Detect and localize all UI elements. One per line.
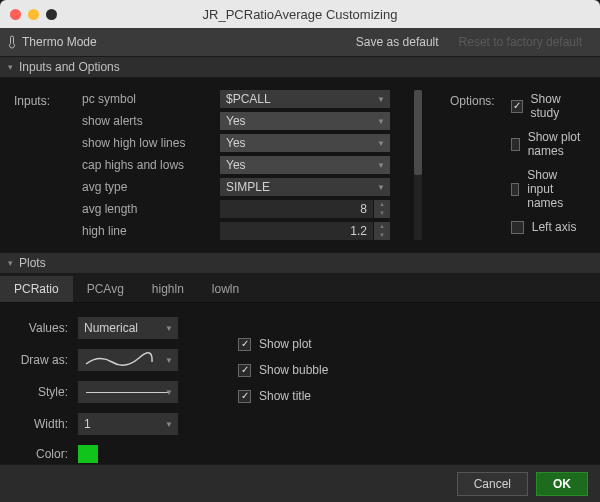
window-title: JR_PCRatioAverage Customizing [0, 7, 600, 22]
checkbox-icon [511, 221, 524, 234]
option-checkbox[interactable]: Left axis [511, 220, 586, 234]
plot-tabs: PCRatioPCAvghighlnlowln [0, 276, 600, 303]
ok-button[interactable]: OK [536, 472, 588, 496]
values-label: Values: [16, 321, 68, 335]
option-label: Show input names [527, 168, 586, 210]
section-title: Plots [19, 256, 46, 270]
color-label: Color: [16, 447, 68, 461]
thermo-mode-label: Thermo Mode [22, 35, 97, 49]
input-name: show high low lines [82, 134, 202, 152]
chevron-down-icon: ▼ [377, 161, 385, 170]
thermo-mode-button[interactable]: Thermo Mode [8, 35, 97, 49]
minimize-icon[interactable] [28, 9, 39, 20]
plot-option-checkbox[interactable]: Show title [238, 389, 328, 403]
plot-option-checkbox[interactable]: Show bubble [238, 363, 328, 377]
chevron-down-icon: ▼ [165, 324, 173, 333]
chevron-down-icon: ▼ [165, 420, 173, 429]
checkbox-icon [511, 138, 520, 151]
section-plots[interactable]: ▾ Plots [0, 252, 600, 274]
chevron-down-icon: ▼ [377, 117, 385, 126]
color-swatch[interactable] [78, 445, 98, 463]
input-number[interactable]: 1.2▲▼ [220, 222, 390, 240]
plot-option-label: Show bubble [259, 363, 328, 377]
style-label: Style: [16, 385, 68, 399]
window-controls [0, 9, 57, 20]
input-name: show alerts [82, 112, 202, 130]
stepper[interactable]: ▲▼ [374, 222, 390, 240]
values-dropdown[interactable]: Numerical▼ [78, 317, 178, 339]
checkbox-icon [238, 390, 251, 403]
titlebar: JR_PCRatioAverage Customizing [0, 0, 600, 28]
chevron-down-icon: ▼ [377, 183, 385, 192]
chevron-down-icon: ▾ [8, 258, 13, 268]
stepper[interactable]: ▲▼ [374, 200, 390, 218]
style-dropdown[interactable]: ▼ [78, 381, 178, 403]
cancel-button[interactable]: Cancel [457, 472, 528, 496]
section-inputs-options[interactable]: ▾ Inputs and Options [0, 56, 600, 78]
tab-pcratio[interactable]: PCRatio [0, 276, 73, 302]
input-combo[interactable]: Yes▼ [220, 156, 390, 174]
option-checkbox[interactable]: Show study [511, 92, 586, 120]
inputs-scrollbar[interactable] [414, 90, 422, 240]
width-label: Width: [16, 417, 68, 431]
width-dropdown[interactable]: 1▼ [78, 413, 178, 435]
chevron-down-icon: ▼ [377, 95, 385, 104]
chevron-down-icon: ▾ [8, 62, 13, 72]
plot-option-label: Show title [259, 389, 311, 403]
drawas-dropdown[interactable]: ▼ [78, 349, 178, 371]
line-preview-icon [84, 352, 154, 368]
option-label: Show plot names [528, 130, 586, 158]
input-name: avg type [82, 178, 202, 196]
step-up-icon: ▲ [374, 222, 390, 231]
tab-pcavg[interactable]: PCAvg [73, 276, 138, 302]
option-label: Left axis [532, 220, 577, 234]
input-name: pc symbol [82, 90, 202, 108]
footer: Cancel OK [0, 464, 600, 502]
save-default-button[interactable]: Save as default [346, 35, 449, 49]
line-style-icon [86, 392, 170, 393]
input-number[interactable]: 8▲▼ [220, 200, 390, 218]
checkbox-icon [238, 338, 251, 351]
input-name: high line [82, 222, 202, 240]
close-icon[interactable] [10, 9, 21, 20]
inputs-options-panel: Inputs: pc symbolshow alertsshow high lo… [0, 78, 600, 252]
reset-factory-button: Reset to factory default [449, 35, 592, 49]
option-label: Show study [531, 92, 586, 120]
tab-lowln[interactable]: lowln [198, 276, 253, 302]
drawas-label: Draw as: [16, 353, 68, 367]
thermometer-icon [8, 35, 16, 49]
chevron-down-icon: ▼ [165, 356, 173, 365]
checkbox-icon [238, 364, 251, 377]
input-name: avg length [82, 200, 202, 218]
checkbox-icon [511, 100, 523, 113]
input-combo[interactable]: Yes▼ [220, 134, 390, 152]
step-down-icon: ▼ [374, 231, 390, 240]
options-label: Options: [450, 90, 495, 240]
chevron-down-icon: ▼ [165, 388, 173, 397]
section-title: Inputs and Options [19, 60, 120, 74]
chevron-down-icon: ▼ [377, 139, 385, 148]
option-checkbox[interactable]: Show input names [511, 168, 586, 210]
step-up-icon: ▲ [374, 200, 390, 209]
tab-highln[interactable]: highln [138, 276, 198, 302]
input-combo[interactable]: $PCALL▼ [220, 90, 390, 108]
content-area: ▾ Inputs and Options Inputs: pc symbolsh… [0, 56, 600, 464]
plot-option-checkbox[interactable]: Show plot [238, 337, 328, 351]
input-combo[interactable]: SIMPLE▼ [220, 178, 390, 196]
inputs-label: Inputs: [14, 90, 64, 240]
plot-option-label: Show plot [259, 337, 312, 351]
step-down-icon: ▼ [374, 209, 390, 218]
maximize-icon[interactable] [46, 9, 57, 20]
input-combo[interactable]: Yes▼ [220, 112, 390, 130]
input-name: cap highs and lows [82, 156, 202, 174]
checkbox-icon [511, 183, 520, 196]
option-checkbox[interactable]: Show plot names [511, 130, 586, 158]
plot-panel: Values: Numerical▼ Draw as: ▼ Style: ▼ W… [0, 303, 600, 464]
toolbar: Thermo Mode Save as default Reset to fac… [0, 28, 600, 56]
